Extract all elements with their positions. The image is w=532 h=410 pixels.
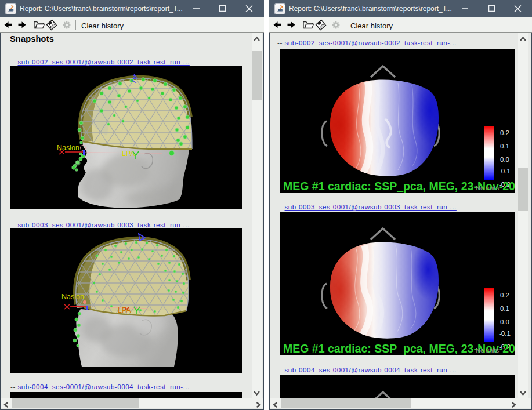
svg-text:0.2: 0.2 [500,292,509,299]
svg-text:LPA: LPA [118,306,131,314]
svg-text:Nasion: Nasion [57,144,79,152]
svg-text:0.2: 0.2 [500,129,509,136]
svg-text:LPA: LPA [122,150,135,158]
svg-text:-0.1: -0.1 [499,168,511,175]
svg-text:No units: No units [476,184,500,191]
svg-text:Nasion: Nasion [61,293,84,301]
svg-text:0.0: 0.0 [500,156,509,163]
svg-text:-0.1: -0.1 [499,330,511,337]
svg-text:0.1: 0.1 [500,305,509,312]
svg-text:0.0: 0.0 [500,318,509,325]
svg-text:No units: No units [476,347,500,354]
svg-text:0.1: 0.1 [500,143,509,150]
